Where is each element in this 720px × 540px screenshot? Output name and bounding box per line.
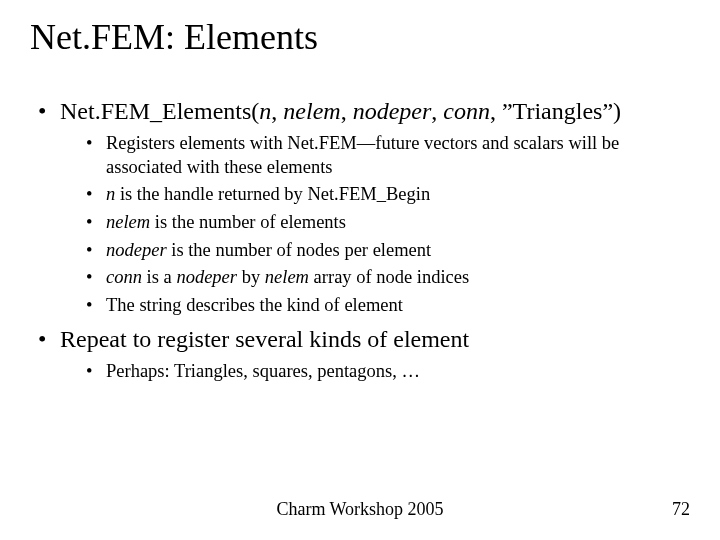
- sub-text: is the number of nodes per element: [167, 240, 432, 260]
- var-nelem: nelem: [106, 212, 150, 232]
- bullet-text: Repeat to register several kinds of elem…: [60, 326, 469, 352]
- footer-page-number: 72: [672, 499, 690, 520]
- bullet-list-level1: Net.FEM_Elements(n, nelem, nodeper, conn…: [38, 96, 680, 383]
- fn-suffix: , ”Triangles”): [490, 98, 621, 124]
- sub-bullet: conn is a nodeper by nelem array of node…: [86, 266, 680, 290]
- sub-text: is the handle returned by Net.FEM_Begin: [115, 184, 430, 204]
- var-conn: conn: [106, 267, 142, 287]
- bullet-repeat: Repeat to register several kinds of elem…: [38, 324, 680, 384]
- fn-comma: ,: [271, 98, 283, 124]
- fn-arg-n: n: [259, 98, 271, 124]
- var-nodeper: nodeper: [176, 267, 237, 287]
- sub-text: is the number of elements: [150, 212, 346, 232]
- bullet-function-signature: Net.FEM_Elements(n, nelem, nodeper, conn…: [38, 96, 680, 318]
- fn-arg-nelem: nelem: [283, 98, 340, 124]
- fn-arg-conn: conn: [443, 98, 490, 124]
- var-nelem: nelem: [265, 267, 309, 287]
- sub-text: by: [237, 267, 265, 287]
- sub-text: Registers elements with Net.FEM—future v…: [106, 133, 619, 177]
- bullet-list-level2: Perhaps: Triangles, squares, pentagons, …: [60, 360, 680, 384]
- sub-text: The string describes the kind of element: [106, 295, 403, 315]
- fn-arg-nodeper: nodeper: [353, 98, 432, 124]
- slide: Net.FEM: Elements Net.FEM_Elements(n, ne…: [0, 0, 720, 540]
- bullet-list-level2: Registers elements with Net.FEM—future v…: [60, 132, 680, 318]
- slide-body: Net.FEM_Elements(n, nelem, nodeper, conn…: [38, 96, 680, 389]
- var-nodeper: nodeper: [106, 240, 167, 260]
- sub-bullet: Perhaps: Triangles, squares, pentagons, …: [86, 360, 680, 384]
- slide-title: Net.FEM: Elements: [30, 18, 318, 58]
- sub-bullet: The string describes the kind of element: [86, 294, 680, 318]
- sub-text: is a: [142, 267, 176, 287]
- fn-prefix: Net.FEM_Elements(: [60, 98, 259, 124]
- sub-bullet: n is the handle returned by Net.FEM_Begi…: [86, 183, 680, 207]
- sub-text: array of node indices: [309, 267, 469, 287]
- sub-bullet: nodeper is the number of nodes per eleme…: [86, 239, 680, 263]
- sub-bullet: nelem is the number of elements: [86, 211, 680, 235]
- sub-bullet: Registers elements with Net.FEM—future v…: [86, 132, 680, 179]
- footer-center: Charm Workshop 2005: [0, 499, 720, 520]
- fn-comma: ,: [341, 98, 353, 124]
- sub-text: Perhaps: Triangles, squares, pentagons, …: [106, 361, 420, 381]
- var-n: n: [106, 184, 115, 204]
- fn-comma: ,: [431, 98, 443, 124]
